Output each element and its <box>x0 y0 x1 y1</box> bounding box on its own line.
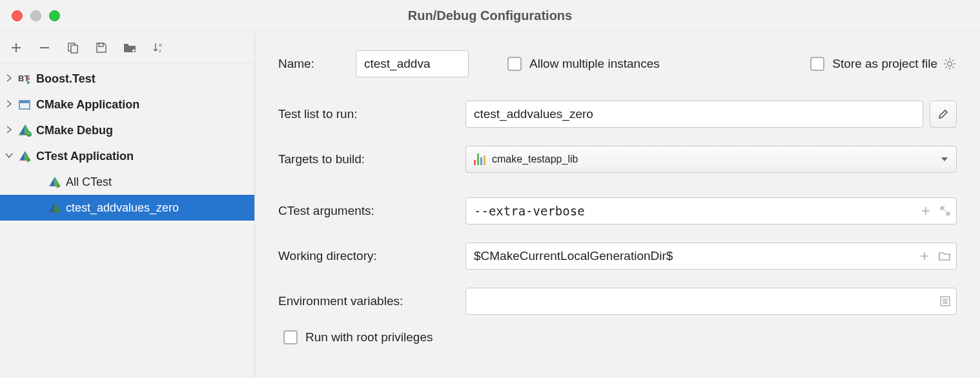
edit-button[interactable] <box>930 101 957 128</box>
svg-rect-2 <box>99 43 103 46</box>
targets-label: Targets to build: <box>278 152 465 166</box>
svg-text:a: a <box>159 42 162 48</box>
name-label: Name: <box>278 57 356 71</box>
ctest-icon <box>18 149 32 163</box>
bars-icon <box>474 154 485 165</box>
chevron-right-icon <box>5 74 14 83</box>
checkbox-icon <box>507 57 522 71</box>
config-tree: BT Boost.Test CMake Application <box>0 63 254 378</box>
template-icon[interactable] <box>123 41 137 55</box>
workdir-label: Working directory: <box>278 249 465 263</box>
tree-toolbar: az <box>0 32 254 63</box>
env-label: Environment variables: <box>278 294 465 308</box>
chevron-down-icon <box>5 152 14 161</box>
window-title: Run/Debug Configurations <box>0 8 980 23</box>
chevron-right-icon <box>5 100 14 109</box>
checkbox-icon <box>810 57 824 71</box>
cmake-debug-icon <box>18 123 32 137</box>
window-minimize-button[interactable] <box>30 10 41 21</box>
caret-down-icon <box>941 156 948 163</box>
list-icon[interactable] <box>940 296 950 306</box>
svg-text:z: z <box>159 48 161 54</box>
root-privileges-checkbox[interactable]: Run with root privileges <box>283 330 433 344</box>
ctest-icon <box>48 201 62 215</box>
svg-rect-8 <box>19 101 30 103</box>
name-input[interactable] <box>356 50 469 77</box>
folder-icon[interactable] <box>939 251 950 261</box>
plus-icon[interactable] <box>921 206 931 216</box>
tree-item-cmake-application[interactable]: CMake Application <box>0 92 254 117</box>
config-form: Name: Allow multiple instances Store as … <box>255 32 980 378</box>
ctest-icon <box>48 175 62 189</box>
svg-point-10 <box>948 62 952 66</box>
svg-point-6 <box>27 77 30 80</box>
tree-item-all-ctest[interactable]: All CTest <box>0 169 254 195</box>
tree-item-cmake-debug[interactable]: CMake Debug <box>0 117 254 143</box>
remove-icon[interactable] <box>37 41 52 55</box>
svg-point-9 <box>26 132 32 137</box>
plus-icon[interactable] <box>919 251 930 261</box>
svg-rect-1 <box>71 45 77 53</box>
tree-item-ctest-application[interactable]: CTest Application <box>0 143 254 169</box>
window-controls <box>0 10 60 21</box>
targets-select[interactable]: cmake_testapp_lib <box>465 146 957 173</box>
boost-icon: BT <box>18 72 32 86</box>
ctest-args-input[interactable] <box>465 197 957 224</box>
tree-item-ctest-addvalues-zero[interactable]: ctest_addvalues_zero <box>0 195 254 221</box>
ctest-args-label: CTest arguments: <box>278 204 465 218</box>
test-list-input[interactable] <box>465 101 923 128</box>
test-list-label: Test list to run: <box>278 107 465 121</box>
chevron-right-icon <box>5 126 14 135</box>
add-icon[interactable] <box>9 41 23 55</box>
cmake-app-icon <box>18 97 32 112</box>
allow-multiple-checkbox[interactable]: Allow multiple instances <box>507 57 660 71</box>
env-input[interactable] <box>465 288 957 315</box>
checkbox-icon <box>283 330 298 344</box>
save-icon[interactable] <box>94 41 108 55</box>
window-close-button[interactable] <box>12 10 23 21</box>
sidebar: az BT Boost.Test CMake Applicat <box>0 32 255 378</box>
expand-icon[interactable] <box>940 206 950 216</box>
gear-icon[interactable] <box>943 57 957 71</box>
copy-icon[interactable] <box>66 41 80 55</box>
window-maximize-button[interactable] <box>49 10 60 21</box>
tree-item-boost-test[interactable]: BT Boost.Test <box>0 66 254 92</box>
titlebar: Run/Debug Configurations <box>0 0 980 32</box>
workdir-input[interactable] <box>465 243 957 270</box>
store-project-checkbox[interactable]: Store as project file <box>810 57 937 71</box>
sort-alpha-icon[interactable]: az <box>151 41 165 55</box>
